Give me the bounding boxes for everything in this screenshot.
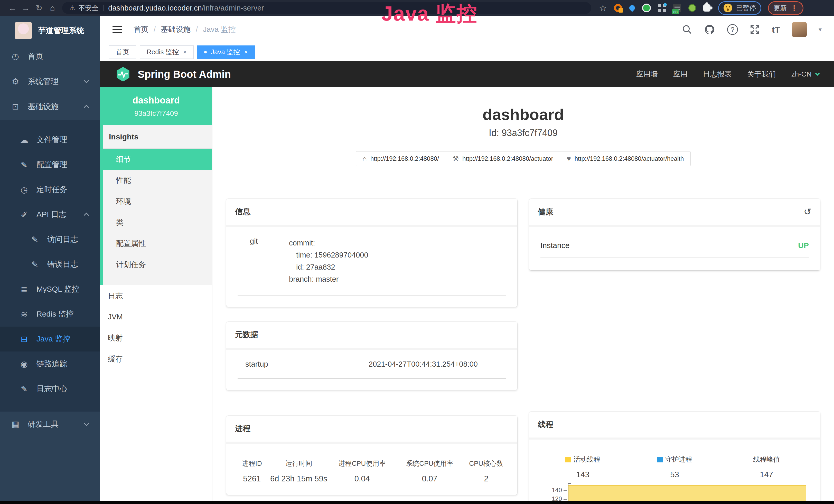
sba-item-scheduled[interactable]: 计划任务 <box>103 254 212 275</box>
update-button[interactable]: 更新 ⋮ <box>768 1 804 15</box>
grid-extension-icon[interactable] <box>658 4 666 12</box>
process-card-body: 进程ID5261 运行时间6d 23h 15m 59s 进程CPU使用率0.04… <box>226 444 517 495</box>
tab-redis-monitor[interactable]: Redis 监控 × <box>140 45 194 59</box>
sidebar-item-label: 研发工具 <box>28 419 59 430</box>
sba-sidebar: dashboard 93a3fc7f7409 Insights 细节 性能 环境… <box>100 87 213 501</box>
close-icon[interactable]: × <box>244 48 248 56</box>
locale-label: zh-CN <box>791 70 812 78</box>
y-extension-icon[interactable] <box>642 4 651 12</box>
legend-label: 守护进程 <box>665 455 692 464</box>
sba-item-metrics[interactable]: 性能 <box>103 170 212 191</box>
sba-item-logs[interactable]: 日志 <box>100 285 212 306</box>
legend-value: 53 <box>629 470 721 479</box>
breadcrumb-current: Java 监控 <box>203 24 236 35</box>
fullscreen-icon[interactable] <box>750 24 760 35</box>
sidebar-item-label: 首页 <box>28 51 43 62</box>
help-icon[interactable]: ? <box>727 24 738 35</box>
sidebar-item-label: Java 监控 <box>37 334 70 344</box>
app-title: 芋道管理系统 <box>38 25 84 36</box>
browser-home-icon[interactable]: ⌂ <box>46 0 59 16</box>
instance-name: dashboard <box>100 95 212 106</box>
chevron-down-icon <box>84 77 89 83</box>
sidebar-item-infra[interactable]: ⊡ 基础设施 <box>0 94 100 119</box>
sidebar-item-access-log[interactable]: ✎ 访问日志 <box>0 227 100 252</box>
paused-badge[interactable]: 已暂停 <box>718 1 761 15</box>
sba-item-environment[interactable]: 环境 <box>103 191 212 212</box>
process-card: 进程 进程ID5261 运行时间6d 23h 15m 59s 进程CPU使用率0… <box>226 416 517 495</box>
y-tick: 120 <box>552 495 562 501</box>
close-icon[interactable]: × <box>183 48 187 56</box>
sidebar-item-config-manage[interactable]: ✎ 配置管理 <box>0 152 100 177</box>
address-bar[interactable]: ⚠ 不安全 dashboard.yudao.iocoder.cn/infra/a… <box>62 2 591 14</box>
search-icon[interactable] <box>682 24 692 35</box>
sidebar-item-file-manage[interactable]: ☁ 文件管理 <box>0 127 100 152</box>
chevron-down-icon[interactable]: ▾ <box>818 26 822 33</box>
circleci-extension-icon[interactable] <box>614 4 622 12</box>
sba-nav-applications[interactable]: 应用 <box>673 69 687 79</box>
security-chip[interactable]: ⚠ 不安全 <box>69 4 98 13</box>
sidebar-item-scheduled-tasks[interactable]: ◷ 定时任务 <box>0 177 100 202</box>
app-logo-row[interactable]: 芋道管理系统 <box>0 16 100 44</box>
breadcrumb-section[interactable]: 基础设施 <box>161 24 191 35</box>
history-icon[interactable]: ↺ <box>804 206 811 217</box>
sidebar-item-label: 基础设施 <box>28 101 59 112</box>
user-avatar[interactable] <box>792 22 807 37</box>
locale-selector[interactable]: zh-CN <box>791 70 819 78</box>
gauge-icon: ◴ <box>9 51 22 61</box>
info-value: commit: time: 1596289704000 id: 27aa832 … <box>289 237 368 285</box>
breadcrumb-home[interactable]: 首页 <box>134 24 149 35</box>
sidebar-item-java-monitor[interactable]: ⊟ Java 监控 <box>0 327 100 351</box>
url-text: dashboard.yudao.iocoder.cn/infra/admin-s… <box>108 4 264 12</box>
extensions-row: ☆ on <box>599 3 710 13</box>
sidebar-item-label: 链路追踪 <box>37 359 67 369</box>
health-url-button[interactable]: ♥ http://192.168.0.2:48080/actuator/heal… <box>560 151 691 166</box>
instance-header[interactable]: dashboard 93a3fc7f7409 <box>100 87 212 125</box>
update-label: 更新 <box>773 4 787 13</box>
legend-swatch-daemon <box>657 457 663 462</box>
card-title: 进程 <box>235 423 250 434</box>
sidebar-item-home[interactable]: ◴ 首页 <box>0 44 100 69</box>
pin-extension-icon[interactable] <box>628 4 636 12</box>
hamburger-icon[interactable] <box>112 26 122 33</box>
sba-item-jvm[interactable]: JVM <box>100 306 212 327</box>
browser-reload-icon[interactable]: ↻ <box>32 0 46 16</box>
sba-nav-about[interactable]: 关于我们 <box>747 69 776 79</box>
sba-item-mappings[interactable]: 映射 <box>100 327 212 348</box>
bookmark-star-icon[interactable]: ☆ <box>599 3 607 13</box>
sprout-extension-icon[interactable] <box>688 4 696 12</box>
sba-item-config-props[interactable]: 配置属性 <box>103 233 212 254</box>
sidebar-item-log-center[interactable]: ✎ 日志中心 <box>0 376 100 401</box>
sidebar-item-mysql-monitor[interactable]: ≣ MySQL 监控 <box>0 277 100 302</box>
live-threads-area <box>568 485 806 501</box>
sba-brand-title[interactable]: Spring Boot Admin <box>138 69 231 80</box>
tab-java-monitor[interactable]: Java 监控 × <box>197 45 255 59</box>
browser-forward-icon[interactable]: → <box>19 0 32 16</box>
link-label: http://192.168.0.2:48080/actuator/health <box>575 155 684 162</box>
sidebar-item-devtools[interactable]: ▦ 研发工具 <box>0 412 100 437</box>
sba-item-details[interactable]: 细节 <box>103 148 212 170</box>
actuator-url-button[interactable]: ⚒ http://192.168.0.2:48080/actuator <box>446 151 560 166</box>
divider <box>103 5 104 11</box>
sidebar-item-tracing[interactable]: ◉ 链路追踪 <box>0 351 100 376</box>
sba-item-classes[interactable]: 类 <box>103 212 212 233</box>
service-url-button[interactable]: ⌂ http://192.168.0.2:48080/ <box>356 151 446 166</box>
sidebar-item-system[interactable]: ⚙ 系统管理 <box>0 69 100 94</box>
sba-nav-wallboard[interactable]: 应用墙 <box>636 69 658 79</box>
github-icon[interactable] <box>704 24 715 35</box>
switch-extension-icon[interactable]: on <box>673 4 681 12</box>
font-size-icon[interactable]: tT <box>772 25 780 35</box>
sba-nav-journal[interactable]: 日志报表 <box>703 69 732 79</box>
sba-item-caches[interactable]: 缓存 <box>100 348 212 369</box>
home-icon: ⌂ <box>363 155 367 163</box>
status-badge: UP <box>798 241 809 250</box>
card-title: 线程 <box>538 419 553 430</box>
tab-home[interactable]: 首页 <box>109 45 136 59</box>
sidebar-item-api-log[interactable]: ✐ API 日志 <box>0 202 100 227</box>
browser-back-icon[interactable]: ← <box>6 0 19 16</box>
screen-bottom-strip <box>0 501 834 504</box>
sidebar-item-error-log[interactable]: ✎ 错误日志 <box>0 252 100 277</box>
chart-plot-area <box>568 483 806 501</box>
puzzle-extension-icon[interactable] <box>703 4 710 12</box>
browser-menu-icon[interactable]: ⋮ <box>790 4 798 13</box>
sidebar-item-redis-monitor[interactable]: ≋ Redis 监控 <box>0 302 100 327</box>
